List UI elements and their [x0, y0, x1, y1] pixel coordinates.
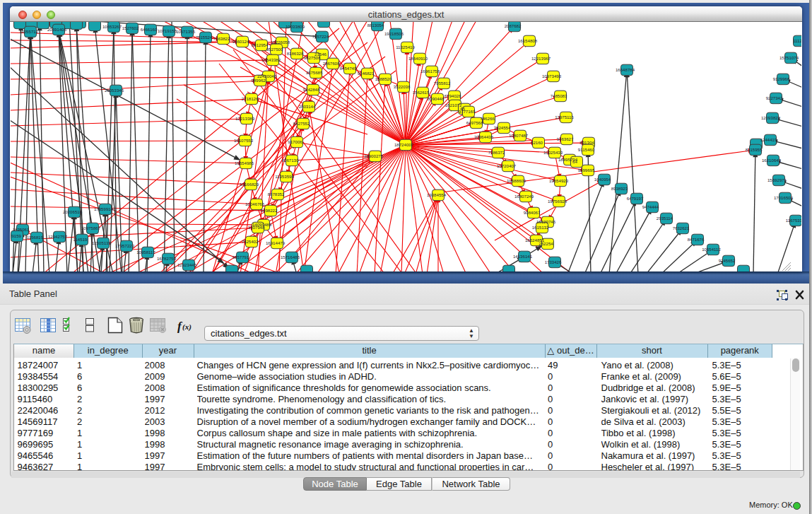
svg-text:12942757: 12942757 [48, 234, 68, 239]
svg-text:7386372: 7386372 [488, 150, 505, 155]
svg-text:1112: 1112 [793, 38, 801, 43]
svg-text:9660124: 9660124 [233, 39, 249, 44]
svg-text:8990448: 8990448 [428, 96, 445, 101]
svg-text:11325419: 11325419 [396, 45, 415, 49]
svg-text:6466160: 6466160 [141, 27, 158, 32]
svg-text:8215955: 8215955 [746, 147, 763, 152]
svg-text:989962: 989962 [251, 78, 266, 83]
svg-text:17957223: 17957223 [115, 243, 135, 248]
svg-text:12505135: 12505135 [92, 240, 112, 245]
svg-text:7357224: 7357224 [312, 34, 329, 39]
svg-text:16807249: 16807249 [514, 194, 534, 199]
svg-text:14136141: 14136141 [513, 254, 533, 259]
svg-text:9463627: 9463627 [557, 136, 574, 141]
svg-text:10719155: 10719155 [158, 28, 177, 33]
svg-text:6479197: 6479197 [627, 196, 644, 201]
svg-text:8267130: 8267130 [282, 158, 299, 163]
svg-text:15716485: 15716485 [281, 255, 300, 259]
svg-text:6794028: 6794028 [445, 93, 461, 98]
svg-text:19654985: 19654985 [235, 160, 254, 165]
svg-text:2803144: 2803144 [299, 104, 316, 109]
svg-text:7515524: 7515524 [196, 35, 213, 40]
svg-text:11353594: 11353594 [275, 174, 294, 179]
svg-text:12975115: 12975115 [555, 115, 574, 119]
svg-text:10973493: 10973493 [542, 74, 562, 78]
svg-text:18724007: 18724007 [394, 142, 414, 147]
svg-text:1640954: 1640954 [594, 177, 611, 182]
svg-text:10975867: 10975867 [81, 226, 101, 230]
svg-text:1835061: 1835061 [13, 227, 30, 232]
svg-text:9245652: 9245652 [719, 258, 736, 263]
svg-text:14055712: 14055712 [19, 29, 39, 34]
svg-text:9527500: 9527500 [266, 47, 283, 52]
svg-text:7625402: 7625402 [242, 239, 259, 244]
svg-text:19654923: 19654923 [549, 178, 569, 183]
svg-text:16648784: 16648784 [616, 67, 635, 72]
svg-text:1407948: 1407948 [248, 225, 265, 230]
svg-text:10671355: 10671355 [176, 29, 196, 34]
svg-text:1733426: 1733426 [545, 259, 562, 264]
svg-text:252254: 252254 [539, 241, 553, 246]
svg-text:20691406: 20691406 [47, 27, 67, 32]
svg-text:16154808: 16154808 [518, 38, 538, 43]
svg-text:10046766: 10046766 [245, 201, 265, 206]
svg-text:16782759: 16782759 [157, 256, 177, 261]
svg-text:7485083: 7485083 [551, 93, 567, 98]
svg-text:2935114: 2935114 [657, 216, 673, 221]
svg-text:62160: 62160 [531, 140, 543, 145]
svg-text:1615132: 1615132 [532, 225, 549, 230]
svg-text:8813054: 8813054 [367, 23, 384, 28]
svg-text:1562615: 1562615 [413, 90, 430, 95]
svg-text:9242848: 9242848 [303, 87, 320, 92]
svg-text:9527508: 9527508 [304, 55, 321, 60]
svg-text:8878352: 8878352 [268, 192, 285, 197]
svg-text:20053346: 20053346 [105, 88, 124, 93]
svg-text:8938923: 8938923 [611, 186, 628, 191]
svg-text:15720407: 15720407 [497, 163, 517, 168]
svg-text:10654112: 10654112 [702, 247, 721, 252]
svg-text:3322038: 3322038 [394, 84, 411, 89]
svg-text:16543382: 16543382 [261, 57, 281, 62]
svg-text:8471676: 8471676 [688, 237, 705, 242]
svg-text:8186328: 8186328 [287, 51, 304, 56]
svg-text:10653267: 10653267 [102, 24, 122, 29]
svg-text:19166829: 19166829 [240, 182, 259, 187]
svg-text:6497568: 6497568 [466, 120, 483, 125]
svg-text:9115460: 9115460 [578, 147, 595, 152]
svg-text:10807487: 10807487 [509, 133, 529, 138]
svg-text:9129966: 9129966 [773, 76, 790, 81]
svg-text:9777169: 9777169 [459, 109, 476, 114]
svg-text:64: 64 [572, 159, 577, 164]
svg-text:2087682: 2087682 [505, 23, 522, 28]
svg-text:12093822: 12093822 [761, 115, 781, 120]
svg-text:19756928: 19756928 [548, 199, 567, 204]
svg-text:17016504: 17016504 [774, 195, 794, 200]
svg-text:39159: 39159 [11, 233, 22, 238]
svg-text:10025433: 10025433 [543, 150, 563, 155]
svg-text:7632621: 7632621 [673, 226, 690, 230]
svg-text:16914479: 16914479 [266, 240, 286, 245]
svg-text:1156819: 1156819 [27, 235, 44, 240]
svg-text:917006: 917006 [288, 139, 302, 144]
svg-text:5498222: 5498222 [261, 208, 278, 213]
svg-text:9146821: 9146821 [358, 71, 375, 76]
svg-text:9474444: 9474444 [642, 204, 659, 209]
svg-text:9227342: 9227342 [766, 95, 783, 100]
svg-text:114519: 114519 [73, 237, 88, 242]
svg-text:8454749: 8454749 [340, 66, 357, 71]
svg-text:20364436: 20364436 [474, 134, 494, 139]
svg-text:10688609: 10688609 [507, 178, 526, 183]
svg-text:12923445: 12923445 [177, 262, 197, 267]
svg-text:3824554: 3824554 [494, 125, 511, 130]
svg-text:1167533: 1167533 [786, 218, 801, 223]
svg-text:8427552: 8427552 [293, 121, 310, 126]
svg-text:7955812: 7955812 [434, 81, 451, 86]
svg-text:7663822: 7663822 [213, 36, 230, 41]
svg-text:10958117: 10958117 [136, 250, 155, 255]
svg-text:1244419: 1244419 [760, 137, 777, 142]
svg-text:3675685: 3675685 [306, 70, 323, 75]
svg-text:9857791: 9857791 [233, 255, 249, 259]
svg-text:16210643: 16210643 [762, 158, 782, 163]
svg-text:9699695: 9699695 [578, 168, 595, 173]
svg-text:20206516: 20206516 [63, 209, 83, 214]
